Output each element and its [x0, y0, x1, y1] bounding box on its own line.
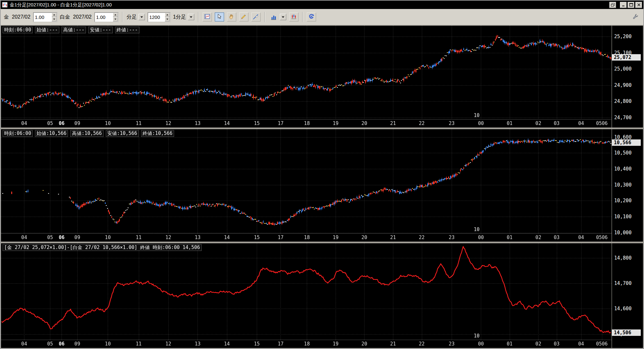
current-price-badge: 10,566 [612, 139, 641, 146]
y-axis-label: 10,200 [614, 198, 631, 204]
line-draw-tool-button[interactable] [251, 12, 261, 21]
spread-chart-panel: [金 27/02 25,072×1.00]-[白金 27/02 10,566×1… [1, 243, 643, 348]
y-axis-label: 14,600 [614, 306, 631, 312]
window-title: 金1分足[2027/02]1.00 - 白金1分足[2027/02]1.00 [10, 2, 607, 8]
y-axis-label: 14,800 [614, 255, 631, 261]
y-axis-label: 10,500 [614, 150, 631, 156]
y-axis-label: 10,000 [614, 230, 631, 236]
platinum-chart-plot-area[interactable]: 時刻:06:00始値:10,566高値:10,566安値:10,566終値:10… [1, 129, 612, 242]
toolbar-separator [302, 12, 303, 22]
scale-tool-icon [204, 13, 210, 21]
y-axis-label: 10,100 [614, 214, 631, 220]
toolbar-separator [122, 12, 123, 22]
svg-text:R: R [310, 15, 313, 18]
info-field: 時刻:06:00 [3, 130, 33, 137]
gold-ohlc-info: 時刻:06:00始値:---高値:---安値:---終値:--- [3, 27, 139, 33]
title-bar: 金1分足[2027/02]1.00 - 白金1分足[2027/02]1.00 [1, 1, 643, 9]
window-controls [609, 2, 642, 8]
platinum-price-axis[interactable]: 10,60010,50010,40010,30010,20010,10010,0… [612, 129, 643, 242]
maximize-button[interactable] [628, 2, 634, 8]
spread-chart-canvas[interactable] [1, 243, 612, 348]
platinum-ratio-spinner [95, 12, 118, 22]
platinum-ratio-input[interactable] [95, 13, 113, 21]
spread-info: [金 27/02 25,072×1.00]-[白金 27/02 10,566×1… [3, 244, 202, 251]
bar-count-spinner [148, 12, 170, 22]
timeframe-dropdown[interactable]: 1分足 [173, 14, 194, 21]
info-field: 始値:10,566 [35, 130, 68, 137]
toolbar-separator [264, 12, 265, 22]
chevron-down-icon [280, 14, 286, 20]
gold-symbol-label: 金 [4, 14, 9, 21]
settings-wrench-button[interactable] [631, 12, 640, 21]
gold-chart-canvas[interactable] [1, 26, 612, 128]
pan-hand-icon [229, 14, 234, 21]
platinum-ohlc-info: 時刻:06:00始値:10,566高値:10,566安値:10,566終値:10… [3, 130, 174, 137]
chevron-down-icon [138, 14, 145, 20]
close-button[interactable] [635, 2, 642, 8]
y-axis-label: 10,300 [614, 182, 631, 188]
y-axis-label: 25,000 [614, 66, 631, 72]
minimize-button[interactable] [620, 2, 627, 8]
bar-count-input[interactable] [148, 13, 165, 21]
info-field: 高値:--- [62, 27, 86, 33]
app-window: 金1分足[2027/02]1.00 - 白金1分足[2027/02]1.00 金… [0, 0, 644, 349]
gold-ratio-spinner [33, 12, 57, 22]
chevron-down-icon [188, 14, 194, 20]
platinum-contract-month: 2027/02 [73, 14, 92, 20]
gold-ratio-spin-up[interactable] [52, 13, 57, 17]
gold-ratio-input[interactable] [34, 13, 52, 21]
bar-count-spin-down[interactable] [165, 17, 170, 21]
app-icon [2, 2, 8, 7]
toolbar: 金 2027/02 白金 2027/02 分足 1分足 [1, 9, 643, 25]
reload-button[interactable]: R [307, 12, 316, 21]
chart-panels-container: 時刻:06:00始値:---高値:---安値:---終値:--- 25,2002… [1, 25, 643, 348]
spread-price-axis[interactable]: 14,80014,70014,60014,50014,506 [612, 243, 643, 348]
indicator-tool-button[interactable] [289, 12, 298, 21]
gold-ratio-spin-down[interactable] [52, 17, 57, 21]
select-tool-button[interactable] [215, 12, 224, 21]
pencil-tool-button[interactable] [239, 12, 248, 21]
platinum-symbol-label: 白金 [60, 14, 70, 21]
info-field: 時刻:06:00 [3, 27, 33, 33]
info-field: [金 27/02 25,072×1.00]-[白金 27/02 10,566×1… [3, 244, 202, 251]
gold-chart-panel: 時刻:06:00始値:---高値:---安値:---終値:--- 25,2002… [1, 25, 643, 128]
pen-line-icon [253, 14, 259, 21]
bar-chart-icon [269, 12, 278, 21]
platinum-ratio-spin-up[interactable] [113, 13, 118, 17]
chart-type-dropdown[interactable] [269, 12, 286, 21]
platinum-chart-panel: 時刻:06:00始値:10,566高値:10,566安値:10,566終値:10… [1, 129, 643, 242]
y-axis-label: 14,700 [614, 280, 631, 286]
pencil-draw-icon [241, 14, 247, 21]
info-field: 始値:--- [35, 27, 59, 33]
y-axis-label: 24,800 [614, 98, 631, 104]
gold-chart-plot-area[interactable]: 時刻:06:00始値:---高値:---安値:---終値:--- [1, 26, 612, 128]
scale-tool-button[interactable] [203, 12, 212, 21]
wrench-icon [632, 13, 639, 21]
current-price-badge: 25,072 [612, 54, 641, 61]
gold-contract-month: 2027/02 [12, 14, 30, 20]
y-axis-label: 24,900 [614, 82, 631, 88]
interval-dropdown[interactable]: 分足 [127, 14, 145, 21]
info-field: 高値:10,566 [70, 130, 103, 137]
bar-count-spin-up[interactable] [165, 13, 170, 17]
info-field: 終値:--- [115, 27, 139, 33]
info-field: 安値:--- [88, 27, 113, 33]
interval-dropdown-label: 分足 [127, 14, 137, 21]
platinum-ratio-spin-down[interactable] [113, 17, 118, 21]
timeframe-dropdown-label: 1分足 [173, 14, 186, 21]
info-field: 安値:10,566 [106, 130, 139, 137]
toolbar-separator [198, 12, 199, 22]
gold-price-axis[interactable]: 25,20025,10025,00024,90024,80024,70025,0… [612, 26, 643, 128]
platinum-chart-canvas[interactable] [1, 129, 612, 242]
pan-tool-button[interactable] [227, 12, 236, 21]
indicator-chart-icon [291, 13, 297, 21]
y-axis-label: 25,200 [614, 34, 631, 39]
current-price-badge: 14,506 [612, 329, 641, 336]
y-axis-label: 24,700 [614, 115, 631, 120]
spread-chart-plot-area[interactable]: [金 27/02 25,072×1.00]-[白金 27/02 10,566×1… [1, 243, 612, 348]
restore-window-button[interactable] [609, 2, 616, 8]
y-axis-label: 10,400 [614, 166, 631, 172]
info-field: 終値:10,566 [141, 130, 174, 137]
cursor-select-icon [217, 14, 222, 20]
reload-r-icon: R [308, 13, 314, 21]
